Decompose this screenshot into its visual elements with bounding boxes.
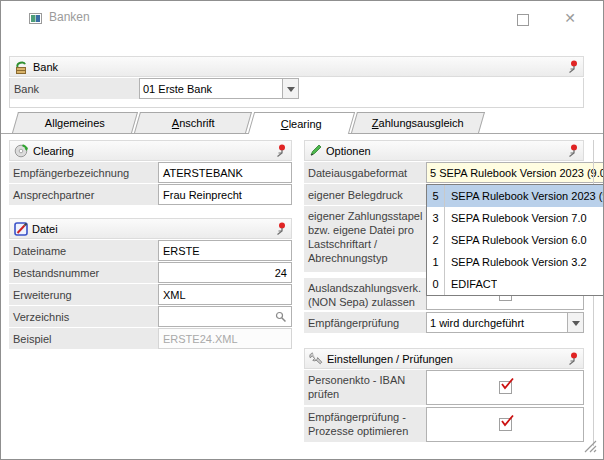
titlebar: Banken ✕ [1,1,603,31]
personenkto-iban-label: Personenkto - IBAN prüfen [304,370,426,405]
field-row: Ansprechpartner Frau Reinprecht [9,184,292,205]
field-row: Personenkto - IBAN prüfen [304,370,584,405]
verzeichnis-label: Verzeichnis [9,306,158,327]
eigener-belegdruck-label: eigener Belegdruck [304,184,426,205]
bank-dropdown-button[interactable] [283,78,299,99]
personenkto-iban-cell [426,370,584,405]
ansprechpartner-label: Ansprechpartner [9,184,158,205]
bank-combobox-value[interactable]: 01 Erste Bank [139,78,283,99]
dropdown-item-sepa-32[interactable]: 1 SEPA Rulebook Version 3.2 [427,251,603,273]
einstellungen-title: Einstellungen / Prüfungen [327,353,562,365]
field-row: Bestandsnummer 24 [9,262,292,283]
dropdown-item-edifact[interactable]: 0 EDIFACT [427,273,603,295]
dateiausgabeformat-combobox: 5 SEPA Rulebook Version 2023 (9.0) [426,162,604,183]
field-row: Erweiterung XML [9,284,292,305]
dateiname-label: Dateiname [9,240,158,261]
field-row: Dateiausgabeformat 5 SEPA Rulebook Versi… [304,162,584,183]
beispiel-value: ERSTE24.XML [158,328,292,349]
pin-icon[interactable] [274,222,286,235]
dateiausgabeformat-dropdown-list: 5 SEPA Rulebook Version 2023 (9.0) 3 SEP… [426,184,604,296]
field-row: Verzeichnis [9,306,292,327]
clearing-section: Clearing Empfängerbezeichnung ATERSTEBAN… [9,140,292,206]
dateiausgabeformat-label: Dateiausgabeformat [304,162,426,183]
search-icon[interactable] [275,311,287,323]
bank-icon [14,60,29,74]
dateiausgabeformat-value[interactable]: 5 SEPA Rulebook Version 2023 (9.0) [426,162,604,183]
empfaengerpruefung-value[interactable]: 1 wird durchgeführt [426,312,568,333]
wrench-icon [309,352,323,365]
pin-icon[interactable] [566,60,578,73]
bank-combobox: 01 Erste Bank [139,78,299,99]
field-row: Beispiel ERSTE24.XML [9,328,292,349]
datei-header: Datei [9,218,292,239]
field-row: Dateiname ERSTE [9,240,292,261]
pencil-icon [309,144,322,157]
erweiterung-field[interactable]: XML [158,284,292,305]
tab-clearing[interactable]: Clearing [248,112,355,134]
empfaengerpruefung-prozesse-cell [426,407,584,442]
maximize-icon[interactable] [517,14,529,26]
dropdown-item-sepa-70[interactable]: 3 SEPA Rulebook Version 7.0 [427,207,603,229]
dateiname-field[interactable]: ERSTE [158,240,292,261]
clearing-title: Clearing [33,145,270,157]
bank-group: Bank Bank 01 Erste Bank [9,56,584,108]
empfaengerpruefung-prozesse-label: Empfängerprüfung - Prozesse optimieren [304,407,426,442]
tab-bar: Allgemeines Anschrift Clearing Zahlungsa… [1,112,603,134]
auslandszahlung-label: Auslandszahlungsverk. (NON Sepa) zulasse… [304,278,426,310]
field-row: Empfängerprüfung - Prozesse optimieren [304,407,584,442]
datei-section: Datei Dateiname ERSTE Bestandsnummer 24 … [9,218,292,350]
ansprechpartner-field[interactable]: Frau Reinprecht [158,184,292,205]
clearing-header: Clearing [9,140,292,161]
datei-title: Datei [32,223,270,235]
einstellungen-header: Einstellungen / Prüfungen [304,348,584,369]
pin-icon[interactable] [274,144,286,157]
field-row: Empfängerbezeichnung ATERSTEBANK [9,162,292,183]
window-title: Banken [49,10,90,24]
optionen-title: Optionen [326,145,562,157]
tab-zahlungsausgleich[interactable]: Zahlungsausgleich [351,112,485,133]
bank-group-header: Bank [9,56,584,77]
bank-field-label: Bank [10,78,139,99]
close-icon[interactable]: ✕ [561,9,579,27]
clearing-icon [14,143,29,158]
field-row: Empfängerprüfung 1 wird durchgeführt [304,312,584,333]
file-icon [14,222,28,236]
tab-anschrift[interactable]: Anschrift [134,112,252,133]
pin-icon[interactable] [566,144,578,157]
bank-group-title: Bank [33,61,562,73]
erweiterung-label: Erweiterung [9,284,158,305]
einstellungen-section: Einstellungen / Prüfungen Personenkto - … [304,348,584,443]
empfaengerpruefung-combobox: 1 wird durchgeführt [426,312,584,333]
empfaengerpruefung-label: Empfängerprüfung [304,312,426,333]
bestandsnummer-label: Bestandsnummer [9,262,158,283]
zahlungsstapel-label: eigener Zahlungsstapel bzw. eigene Datei… [304,206,426,272]
optionen-header: Optionen [304,140,584,161]
resize-grip[interactable] [581,437,597,453]
dropdown-item-sepa-60[interactable]: 2 SEPA Rulebook Version 6.0 [427,229,603,251]
personenkto-iban-checkbox[interactable] [499,381,512,394]
empfaengerpruefung-dropdown-button[interactable] [568,312,584,333]
empfaengerbezeichnung-field[interactable]: ATERSTEBANK [158,162,292,183]
empfaengerpruefung-prozesse-checkbox[interactable] [499,418,512,431]
dropdown-item-sepa-2023[interactable]: 5 SEPA Rulebook Version 2023 (9.0) [427,185,603,207]
beispiel-label: Beispiel [9,328,158,349]
empfaengerbezeichnung-label: Empfängerbezeichnung [9,162,158,183]
bestandsnummer-field[interactable]: 24 [158,262,292,283]
banken-window: Banken ✕ Bank Bank 01 Erste Bank Allgeme… [0,0,604,460]
verzeichnis-field[interactable] [158,306,292,327]
window-icon [29,13,42,24]
pin-icon[interactable] [566,352,578,365]
bank-row: Bank 01 Erste Bank [9,78,584,108]
tab-allgemeines[interactable]: Allgemeines [12,112,138,133]
